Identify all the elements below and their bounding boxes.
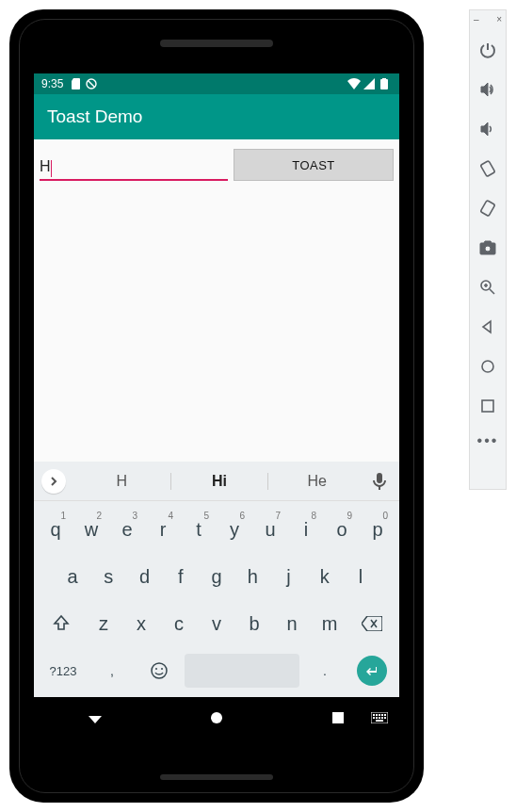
wifi-icon	[347, 78, 362, 89]
key-d[interactable]: d	[128, 556, 160, 597]
emulator-close-button[interactable]: ×	[496, 14, 502, 24]
key-h[interactable]: h	[236, 556, 268, 597]
nav-recents-button[interactable]	[328, 707, 348, 728]
emulator-screenshot-button[interactable]	[469, 228, 507, 268]
text-cursor	[51, 160, 52, 177]
svg-rect-11	[384, 714, 386, 716]
emulator-zoom-button[interactable]	[469, 268, 507, 307]
emulator-rotate-left-button[interactable]	[469, 149, 507, 188]
suggestion-3[interactable]: He	[268, 473, 365, 490]
emulator-rotate-right-button[interactable]	[469, 188, 507, 228]
backspace-key[interactable]	[350, 603, 394, 644]
key-w[interactable]: w2	[75, 509, 107, 550]
soft-keyboard: H Hi He q1w2e3r4t5y6u7i8o9p0 asdfghjkl z…	[34, 462, 399, 697]
key-t[interactable]: t5	[183, 509, 215, 550]
suggestion-1[interactable]: H	[73, 473, 170, 490]
svg-point-20	[485, 246, 491, 252]
svg-point-4	[211, 712, 222, 723]
svg-point-2	[155, 668, 157, 670]
status-bar: 9:35	[34, 73, 399, 94]
key-u[interactable]: u7	[254, 509, 286, 550]
emulator-toolbar: – × •••	[469, 9, 507, 490]
text-input-value: H	[40, 158, 51, 175]
comma-key[interactable]: ,	[90, 650, 134, 691]
battery-icon	[377, 78, 392, 89]
app-title: Toast Demo	[47, 106, 142, 127]
key-y[interactable]: y6	[218, 509, 250, 550]
keyboard-row-3-letters: zxcvbnm	[85, 601, 348, 646]
emulator-volume-up-button[interactable]	[469, 70, 507, 109]
key-c[interactable]: c	[162, 603, 196, 644]
emulator-back-button[interactable]	[469, 307, 507, 347]
key-a[interactable]: a	[56, 556, 89, 597]
svg-point-3	[161, 668, 163, 670]
key-j[interactable]: j	[272, 556, 304, 597]
svg-rect-17	[376, 720, 383, 722]
period-key[interactable]: .	[303, 650, 347, 691]
nav-back-button[interactable]	[85, 707, 105, 728]
keyboard-rows: q1w2e3r4t5y6u7i8o9p0 asdfghjkl zxcvbnm ?…	[34, 501, 399, 699]
toast-button-label: TOAST	[292, 158, 335, 172]
suggestion-2[interactable]: Hi	[170, 473, 269, 490]
key-r[interactable]: r4	[147, 509, 179, 550]
sd-card-icon	[69, 78, 84, 89]
key-z[interactable]: z	[87, 603, 121, 644]
key-o[interactable]: o9	[326, 509, 358, 550]
nav-home-button[interactable]	[206, 707, 227, 728]
no-sim-icon	[84, 78, 99, 89]
enter-key[interactable]	[350, 650, 394, 691]
emulator-minimize-button[interactable]: –	[474, 14, 479, 24]
toast-button[interactable]: TOAST	[234, 149, 394, 181]
nav-keyboard-switch-button[interactable]	[369, 707, 390, 728]
bottom-speaker	[160, 774, 273, 780]
shift-key[interactable]	[40, 603, 83, 644]
space-key[interactable]	[185, 654, 299, 688]
emulator-more-button[interactable]: •••	[477, 426, 499, 456]
keyboard-row-3: zxcvbnm	[38, 601, 395, 646]
key-i[interactable]: i8	[290, 509, 322, 550]
status-time: 9:35	[41, 77, 63, 90]
key-v[interactable]: v	[200, 603, 234, 644]
svg-rect-8	[376, 714, 378, 716]
emulator-home-button[interactable]	[469, 347, 507, 386]
emulator-window-controls: – ×	[470, 14, 506, 30]
svg-rect-16	[384, 717, 386, 719]
emulator-overview-button[interactable]	[469, 386, 507, 426]
svg-rect-18	[480, 160, 495, 176]
svg-rect-23	[482, 400, 493, 412]
content-area: H TOAST	[34, 139, 399, 462]
key-g[interactable]: g	[201, 556, 233, 597]
key-l[interactable]: l	[345, 556, 377, 597]
svg-point-22	[482, 361, 493, 372]
key-x[interactable]: x	[124, 603, 158, 644]
svg-rect-12	[373, 717, 375, 719]
emulator-power-button[interactable]	[469, 30, 507, 70]
svg-rect-9	[379, 714, 380, 716]
expand-suggestions-button[interactable]	[41, 469, 66, 494]
key-f[interactable]: f	[165, 556, 197, 597]
svg-rect-14	[379, 717, 380, 719]
key-k[interactable]: k	[309, 556, 341, 597]
signal-icon	[362, 78, 377, 89]
svg-rect-5	[332, 712, 344, 723]
key-n[interactable]: n	[275, 603, 309, 644]
key-p[interactable]: p0	[362, 509, 394, 550]
svg-rect-13	[376, 717, 378, 719]
key-q[interactable]: q1	[40, 509, 72, 550]
voice-input-button[interactable]	[365, 473, 394, 490]
navigation-bar	[34, 697, 399, 739]
emoji-key[interactable]	[137, 650, 181, 691]
key-m[interactable]: m	[313, 603, 347, 644]
text-input[interactable]: H	[40, 153, 228, 181]
key-b[interactable]: b	[237, 603, 271, 644]
suggestion-bar: H Hi He	[34, 462, 399, 501]
emulator-volume-down-button[interactable]	[469, 109, 507, 149]
svg-rect-7	[373, 714, 375, 716]
symbols-key[interactable]: ?123	[40, 650, 87, 691]
action-bar: Toast Demo	[34, 94, 399, 139]
keyboard-row-2: asdfghjkl	[38, 554, 395, 599]
text-underline	[40, 179, 228, 181]
key-s[interactable]: s	[92, 556, 124, 597]
key-e[interactable]: e3	[111, 509, 143, 550]
svg-rect-15	[381, 717, 383, 719]
